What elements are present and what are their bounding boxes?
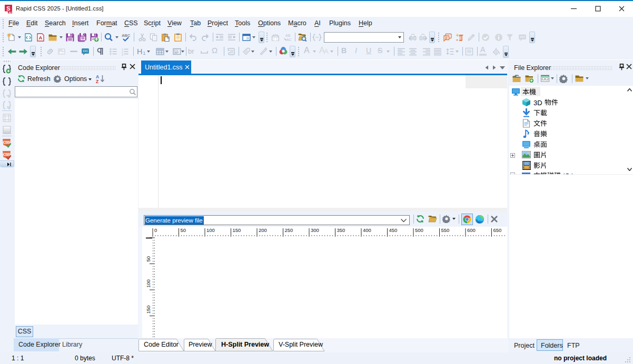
svg-text:550: 550 [441, 227, 450, 233]
svg-text:(C:): (C:) [562, 172, 574, 174]
svg-text:AC: AC [286, 38, 292, 42]
svg-text:650: 650 [493, 227, 502, 233]
svg-text:350: 350 [337, 227, 345, 233]
svg-text:CSS: CSS [3, 140, 11, 145]
svg-text:0: 0 [154, 227, 157, 233]
svg-text:S: S [6, 5, 10, 12]
svg-text:AB: AB [285, 34, 291, 37]
svg-text:A: A [39, 35, 43, 41]
svg-text:200: 200 [259, 227, 267, 233]
svg-text:500: 500 [415, 227, 423, 233]
svg-text:H: H [137, 47, 142, 56]
svg-text:300: 300 [311, 227, 319, 233]
svg-text:100: 100 [206, 227, 215, 233]
svg-text:100: 100 [145, 279, 151, 288]
svg-text:400: 400 [363, 227, 371, 233]
svg-text:150: 150 [145, 306, 151, 314]
svg-text:1: 1 [143, 50, 146, 56]
svg-text:ABC: ABC [122, 33, 131, 38]
svg-text:50: 50 [145, 256, 151, 262]
svg-text:3: 3 [122, 53, 123, 56]
svg-text:50: 50 [181, 227, 186, 233]
svg-text:150: 150 [233, 227, 241, 233]
svg-text:Z: Z [96, 79, 98, 84]
svg-text:250: 250 [285, 227, 293, 233]
svg-text:CSS: CSS [3, 152, 11, 157]
svg-text:600: 600 [467, 227, 476, 233]
svg-text:450: 450 [389, 227, 398, 233]
